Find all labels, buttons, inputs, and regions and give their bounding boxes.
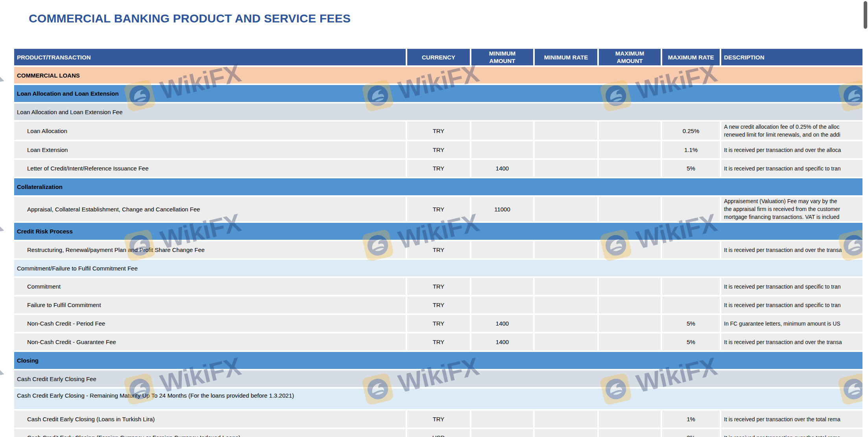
cell-max-amount: [599, 315, 661, 332]
cell-description: A new credit allocation fee of 0.25% of …: [721, 122, 862, 140]
section-row: Collateralization: [14, 178, 862, 195]
cell-max-amount: [599, 241, 661, 258]
cell-description: Appraisement (Valuation) Fee may vary by…: [721, 197, 862, 221]
cell-min-rate: [535, 197, 597, 221]
watermark: WikiFX: [0, 58, 6, 113]
cell-description: It is received per transaction over the …: [721, 429, 862, 437]
cell-product: Appraisal, Collateral Establishment, Cha…: [14, 197, 406, 221]
section-row: COMMERCIAL LOANS: [14, 67, 862, 83]
cell-min-rate: [535, 122, 597, 140]
table-row: Cash Credit Early Closing (Foreign Curre…: [14, 429, 862, 437]
cell-product: Non-Cash Credit - Guarantee Fee: [14, 333, 406, 350]
page: { "page": { "title": "COMMERCIAL BANKING…: [0, 0, 868, 437]
cell-product: Commitment: [14, 278, 406, 295]
header-cell-max_amount: MAXIMUM AMOUNT: [599, 49, 661, 65]
header-cell-max_rate: MAXIMUM RATE: [662, 49, 720, 65]
cell-description: It is received per transaction and over …: [721, 333, 862, 350]
cell-min-amount: 1400: [471, 315, 533, 332]
cell-product: Restructuring, Renewal/payment Plan and …: [14, 241, 406, 258]
cell-description: In FC guarantee letters, minimum amount …: [721, 315, 862, 332]
cell-min-amount: [471, 429, 533, 437]
cell-max-rate: 5%: [662, 333, 720, 350]
cell-max-rate: [662, 296, 720, 313]
cell-max-rate: [662, 241, 720, 258]
cell-max-amount: [599, 197, 661, 221]
watermark-brand-text: WikiFX: [0, 58, 6, 105]
table-row: Non-Cash Credit - Guarantee FeeTRY14005%…: [14, 333, 862, 350]
cell-max-amount: [599, 141, 661, 158]
header-cell-currency: CURRENCY: [407, 49, 470, 65]
cell-min-amount: [471, 141, 533, 158]
watermark-brand-text: WikiFX: [0, 352, 6, 398]
group-row: Loan Allocation and Loan Extension Fee: [14, 104, 862, 120]
group-row: Cash Credit Early Closing Fee: [14, 370, 862, 387]
section-row: Loan Allocation and Loan Extension: [14, 85, 862, 102]
cell-max-rate: 2%: [662, 429, 720, 437]
section-row: Closing: [14, 352, 862, 369]
table-row: Cash Credit Early Closing (Loans in Turk…: [14, 411, 862, 428]
cell-max-amount: [599, 411, 661, 428]
cell-description: It is received per transaction and speci…: [721, 278, 862, 295]
cell-min-amount: [471, 241, 533, 258]
cell-currency: TRY: [407, 241, 470, 258]
cell-currency: TRY: [407, 315, 470, 332]
cell-min-amount: [471, 278, 533, 295]
scrollbar-thumb[interactable]: [864, 1, 867, 29]
header-cell-description: DESCRIPTION: [721, 49, 862, 65]
cell-currency: TRY: [407, 411, 470, 428]
cell-description: It is received per transaction and over …: [721, 141, 862, 158]
table-row: Letter of Credit/Intent/Reference Issuan…: [14, 160, 862, 177]
cell-max-rate: 5%: [662, 160, 720, 177]
cell-min-amount: [471, 296, 533, 313]
table-row: Loan ExtensionTRY1.1%It is received per …: [14, 141, 862, 158]
cell-max-amount: [599, 278, 661, 295]
group-row: Cash Credit Early Closing - Remaining Ma…: [14, 389, 862, 409]
cell-min-rate: [535, 315, 597, 332]
group-row: Commitment/Failure to Fulfil Commitment …: [14, 260, 862, 276]
vertical-scrollbar: [862, 0, 868, 437]
cell-min-amount: 1400: [471, 333, 533, 350]
cell-max-rate: 0.25%: [662, 122, 720, 140]
header-cell-product: PRODUCT/TRANSACTION: [14, 49, 406, 65]
cell-max-rate: [662, 197, 720, 221]
cell-min-rate: [535, 160, 597, 177]
cell-description: It is received per transaction and speci…: [721, 160, 862, 177]
table-row: Loan AllocationTRY0.25%A new credit allo…: [14, 122, 862, 140]
cell-currency: TRY: [407, 197, 470, 221]
cell-max-amount: [599, 429, 661, 437]
cell-description: It is received per transaction and speci…: [721, 296, 862, 313]
table-row: CommitmentTRYIt is received per transact…: [14, 278, 862, 295]
cell-min-amount: [471, 411, 533, 428]
cell-max-rate: [662, 278, 720, 295]
cell-currency: TRY: [407, 122, 470, 140]
cell-min-rate: [535, 429, 597, 437]
section-row: Credit Risk Process: [14, 223, 862, 240]
table-row: Appraisal, Collateral Establishment, Cha…: [14, 197, 862, 221]
cell-product: Cash Credit Early Closing (Foreign Curre…: [14, 429, 406, 437]
cell-min-rate: [535, 296, 597, 313]
table-row: Non-Cash Credit - Period FeeTRY14005%In …: [14, 315, 862, 332]
header-cell-min_amount: MINIMUM AMOUNT: [471, 49, 533, 65]
watermark-brand-text: WikiFX: [0, 208, 6, 255]
watermark: WikiFX: [0, 208, 6, 263]
cell-max-amount: [599, 122, 661, 140]
cell-product: Loan Extension: [14, 141, 406, 158]
cell-min-amount: 11000: [471, 197, 533, 221]
cell-currency: TRY: [407, 141, 470, 158]
cell-min-rate: [535, 241, 597, 258]
cell-currency: TRY: [407, 333, 470, 350]
table-row: Failure to Fulfil CommitmentTRYIt is rec…: [14, 296, 862, 313]
cell-currency: TRY: [407, 278, 470, 295]
table-header-row: PRODUCT/TRANSACTIONCURRENCYMINIMUM AMOUN…: [14, 49, 862, 65]
table-row: Restructuring, Renewal/payment Plan and …: [14, 241, 862, 258]
cell-max-amount: [599, 296, 661, 313]
cell-currency: USD: [407, 429, 470, 437]
page-title: COMMERCIAL BANKING PRODUCT AND SERVICE F…: [29, 12, 351, 25]
header-cell-min_rate: MINIMUM RATE: [535, 49, 597, 65]
cell-description: It is received per transaction and over …: [721, 241, 862, 258]
cell-min-rate: [535, 278, 597, 295]
cell-min-amount: 1400: [471, 160, 533, 177]
fees-table: PRODUCT/TRANSACTIONCURRENCYMINIMUM AMOUN…: [14, 49, 862, 437]
cell-max-amount: [599, 160, 661, 177]
cell-min-amount: [471, 122, 533, 140]
